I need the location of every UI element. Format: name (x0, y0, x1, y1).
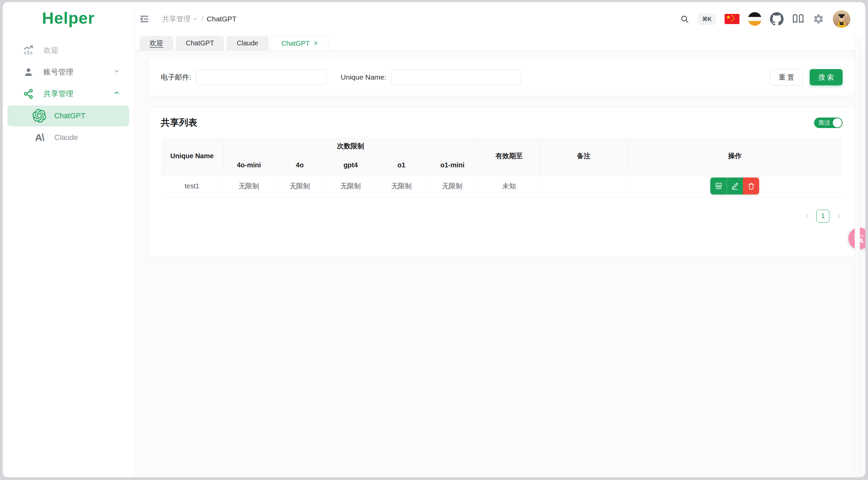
cell-actions (627, 175, 843, 197)
language-flag-icon[interactable]: ★ ★ ★ ★ ★ (725, 14, 739, 24)
tab-chatgpt-active[interactable]: ChatGPT × (271, 36, 329, 50)
breadcrumb-parent[interactable]: 共享管理 (162, 14, 198, 24)
breadcrumb-current: ChatGPT (207, 15, 237, 23)
sidebar-item-label: 账号管理 (43, 67, 113, 77)
sidebar-item-chatgpt[interactable]: ChatGPT (7, 105, 129, 126)
cell-remark (540, 175, 627, 197)
cell-limit-gpt4: 无限制 (325, 175, 376, 197)
sidebar-collapse-icon[interactable] (138, 13, 150, 25)
search-button[interactable]: 搜 索 (810, 69, 843, 85)
share-icon (22, 88, 35, 100)
scrollbar-track[interactable] (855, 37, 860, 477)
cell-limit-o1-mini: 无限制 (427, 175, 478, 197)
cell-limit-4o-mini: 无限制 (223, 175, 274, 197)
main-area: 共享管理 / ChatGPT ⌘K ★ ★ ★ ★ ★ (134, 2, 865, 477)
search-form-card: 电子邮件: Unique Name: 重 置 搜 索 (148, 58, 855, 96)
unique-name-label: Unique Name: (341, 73, 386, 81)
share-list-card: 共享列表 简洁 Unique Name (148, 107, 855, 257)
tabbar: 欢迎 ChatGPT Claude ChatGPT × (134, 36, 865, 51)
col-header-o1-mini: o1-mini (427, 155, 478, 175)
col-header-gpt4: gpt4 (325, 155, 376, 175)
cell-limit-4o: 无限制 (274, 175, 325, 197)
table-row: test1 无限制 无限制 无限制 无限制 无限制 未知 (161, 175, 843, 197)
topbar: 共享管理 / ChatGPT ⌘K ★ ★ ★ ★ ★ (134, 2, 865, 36)
concise-mode-toggle[interactable]: 简洁 (814, 118, 843, 128)
col-header-4o-mini: 4o-mini (223, 155, 274, 175)
share-list-title: 共享列表 (161, 117, 197, 129)
breadcrumb-separator: / (201, 15, 203, 23)
chevron-down-icon (193, 16, 198, 22)
col-header-4o: 4o (274, 155, 325, 175)
chevron-down-icon (113, 67, 120, 77)
docs-book-icon[interactable] (792, 13, 804, 25)
sidebar-item-share-management[interactable]: 共享管理 (7, 83, 129, 105)
keyboard-shortcut-badge[interactable]: ⌘K (698, 13, 716, 25)
settings-gear-icon[interactable] (813, 13, 824, 25)
app-window: Helper 欢迎 (3, 2, 865, 477)
theme-toggle-icon[interactable] (748, 12, 762, 26)
unique-name-input[interactable] (391, 69, 521, 85)
tab-close-icon[interactable]: × (314, 40, 318, 47)
col-header-o1: o1 (376, 155, 427, 175)
tab-welcome[interactable]: 欢迎 (139, 36, 173, 50)
topbar-actions: ⌘K ★ ★ ★ ★ ★ (680, 10, 850, 28)
tab-claude[interactable]: Claude (226, 36, 268, 50)
email-label: 电子邮件: (161, 72, 191, 82)
content-area: 电子邮件: Unique Name: 重 置 搜 索 共享列表 简洁 (134, 51, 865, 477)
app-logo: Helper (3, 9, 134, 27)
github-icon[interactable] (770, 12, 784, 26)
share-table: Unique Name 次数限制 有效期至 备注 操作 4o-mini 4o g… (161, 138, 843, 197)
sidebar-item-label: Claude (54, 133, 78, 142)
page-number[interactable]: 1 (816, 210, 829, 223)
openai-logo-icon (32, 109, 47, 123)
next-page-icon[interactable] (835, 213, 842, 220)
prev-page-icon[interactable] (804, 213, 811, 220)
sidebar-menu: 欢迎 账号管理 (3, 40, 134, 148)
tab-chatgpt[interactable]: ChatGPT (176, 36, 224, 50)
delete-button[interactable] (743, 178, 759, 194)
cell-limit-o1: 无限制 (376, 175, 427, 197)
sidebar: Helper 欢迎 (3, 2, 134, 477)
chevron-up-icon (113, 89, 120, 99)
pagination: 1 (161, 210, 843, 223)
sidebar-item-account-management[interactable]: 账号管理 (7, 61, 129, 83)
col-header-actions: 操作 (627, 138, 843, 175)
sidebar-item-label: ChatGPT (54, 111, 85, 120)
reset-button[interactable]: 重 置 (770, 69, 803, 85)
toggle-knob (833, 118, 842, 127)
email-input[interactable] (196, 69, 327, 85)
sidebar-item-label: 共享管理 (43, 89, 113, 99)
sidebar-item-claude[interactable]: A\ Claude (7, 127, 129, 148)
search-icon[interactable] (680, 15, 689, 24)
edit-button[interactable] (727, 178, 743, 194)
breadcrumb: 共享管理 / ChatGPT (162, 14, 236, 24)
sidebar-item-welcome[interactable]: 欢迎 (7, 40, 129, 61)
col-header-limit-group: 次数限制 (223, 138, 478, 155)
col-header-remark: 备注 (540, 138, 627, 175)
chat-link-button[interactable] (710, 178, 727, 194)
col-header-expire: 有效期至 (478, 138, 540, 175)
cell-unique-name: test1 (161, 175, 223, 197)
user-icon (22, 67, 35, 78)
user-avatar[interactable] (833, 10, 850, 28)
col-header-unique-name: Unique Name (161, 138, 223, 175)
cell-expire: 未知 (478, 175, 540, 197)
anthropic-logo-icon: A\ (32, 132, 47, 143)
trend-chart-icon (22, 45, 35, 56)
sidebar-item-label: 欢迎 (43, 45, 120, 56)
